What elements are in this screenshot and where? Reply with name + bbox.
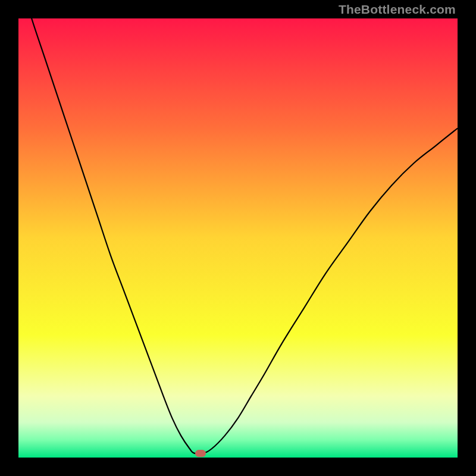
optimal-point-marker (195, 450, 206, 457)
plot-area (18, 18, 458, 458)
watermark-text: TheBottleneck.com (339, 2, 456, 17)
svg-rect-0 (18, 18, 458, 458)
bottleneck-chart: TheBottleneck.com (0, 0, 476, 476)
background-gradient (18, 18, 458, 458)
